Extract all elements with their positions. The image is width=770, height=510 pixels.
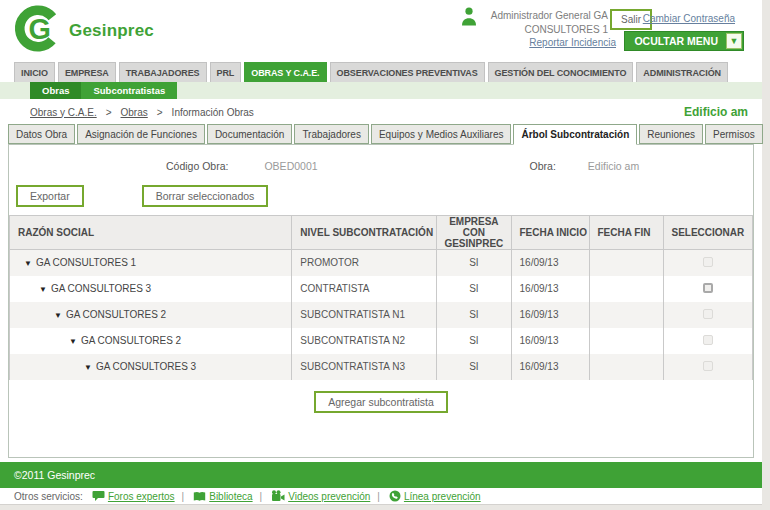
tab-equipos-y-medios-auxiliares[interactable]: Equipos y Medios Auxiliares — [371, 124, 512, 144]
logo: G Gesinprec — [14, 2, 154, 59]
seleccionar-cell — [663, 354, 752, 380]
nav-tab-empresa[interactable]: EMPRESA — [58, 62, 116, 82]
footer-copyright-bar: ©2011 Gesinprec — [0, 462, 762, 488]
empresa-gesinprec-cell: SI — [437, 250, 511, 276]
other-services-label: Otros servicios: — [14, 491, 83, 502]
nivel-cell: SUBCONTRATISTA N3 — [292, 354, 437, 380]
breadcrumb: Obras y C.A.E.>Obras>Información Obras — [30, 107, 254, 118]
razon-social-cell: ▼GA CONSULTORES 2 — [10, 328, 292, 354]
video-icon — [271, 490, 285, 502]
nav-tab-obras-y-c-a-e[interactable]: OBRAS Y C.A.E. — [244, 62, 326, 82]
fecha-inicio-cell: 16/09/13 — [511, 354, 589, 380]
column-header-fecha-fin: FECHA FIN — [589, 216, 663, 250]
phone-icon — [389, 490, 401, 502]
table-row: ▼GA CONSULTORES 2SUBCONTRATISTA N1SI16/0… — [10, 302, 753, 328]
row-checkbox — [703, 335, 713, 345]
razon-social-cell: ▼GA CONSULTORES 1 — [10, 250, 292, 276]
logged-user-name: Administrador General GA CONSULTORES 1 — [491, 9, 608, 36]
header: G Gesinprec Administrador General GA CON… — [0, 0, 762, 58]
nivel-cell: CONTRATISTA — [292, 276, 437, 302]
tab-reuniones[interactable]: Reuniones — [639, 124, 703, 144]
speech-bubble-icon — [92, 490, 105, 502]
fecha-fin-cell — [589, 302, 663, 328]
delete-selected-button[interactable]: Borrar seleccionados — [142, 185, 269, 207]
service-link-label: Línea prevención — [404, 491, 481, 502]
row-checkbox — [703, 361, 713, 371]
service-link-label: Foros expertos — [108, 491, 175, 502]
expander-icon[interactable]: ▼ — [24, 259, 32, 268]
razon-social-text: GA CONSULTORES 3 — [51, 283, 151, 294]
empresa-gesinprec-cell: SI — [437, 328, 511, 354]
column-header-fecha-inicio: FECHA INICIO — [511, 216, 589, 250]
logo-text: Gesinprec — [69, 21, 154, 41]
fecha-fin-cell — [589, 328, 663, 354]
razon-social-text: GA CONSULTORES 2 — [81, 335, 181, 346]
table-body: ▼GA CONSULTORES 1PROMOTORSI16/09/13▼GA C… — [10, 250, 753, 380]
breadcrumb-link-obras[interactable]: Obras — [121, 107, 148, 118]
breadcrumb-link-obras-y-c-a-e[interactable]: Obras y C.A.E. — [30, 107, 97, 118]
empresa-gesinprec-cell: SI — [437, 302, 511, 328]
report-incident-link[interactable]: Reportar Incidencia — [529, 37, 616, 48]
subnav-tab-subcontratistas[interactable]: Subcontratistas — [81, 82, 177, 99]
tab-datos-obra[interactable]: Datos Obra — [8, 124, 75, 144]
tab-documentación[interactable]: Documentación — [207, 124, 292, 144]
subcontratacion-table: RAZÓN SOCIALNIVEL SUBCONTRATACIÓNEMPRESA… — [9, 215, 753, 380]
razon-social-cell: ▼GA CONSULTORES 3 — [10, 354, 292, 380]
chevron-down-icon[interactable]: ▼ — [726, 33, 742, 49]
nav-tab-inicio[interactable]: INICIO — [14, 62, 55, 82]
seleccionar-cell — [663, 302, 752, 328]
export-button[interactable]: Exportar — [16, 185, 84, 207]
table-actions: Exportar Borrar seleccionados — [9, 185, 753, 207]
breadcrumb-row: Obras y C.A.E.>Obras>Información Obras E… — [0, 99, 762, 121]
table-row: ▼GA CONSULTORES 3CONTRATISTASI16/09/13 — [10, 276, 753, 302]
seleccionar-cell — [663, 276, 752, 302]
nivel-cell: SUBCONTRATISTA N1 — [292, 302, 437, 328]
service-link-biblioteca[interactable]: Biblioteca — [193, 491, 252, 502]
fecha-inicio-cell: 16/09/13 — [511, 302, 589, 328]
nav-tab-trabajadores[interactable]: TRABAJADORES — [119, 62, 207, 82]
column-header-empresa-con-gesinprec: EMPRESA CON GESINPREC — [437, 216, 511, 250]
add-subcontractor-button[interactable]: Agregar subcontratista — [314, 391, 448, 413]
expander-icon[interactable]: ▼ — [69, 337, 77, 346]
expander-icon[interactable]: ▼ — [84, 363, 92, 372]
tab-trabajadores[interactable]: Trabajadores — [294, 124, 369, 144]
fecha-fin-cell — [589, 250, 663, 276]
breadcrumb-link-información-obras: Información Obras — [172, 107, 254, 118]
obra-info-row: Código Obra: OBED0001 Obra: Edificio am — [9, 145, 753, 172]
content-tabs: Datos ObraAsignación de FuncionesDocumen… — [0, 121, 762, 144]
expander-icon[interactable]: ▼ — [39, 285, 47, 294]
row-checkbox — [703, 309, 713, 319]
service-link-línea-prevención[interactable]: Línea prevención — [389, 490, 481, 502]
row-checkbox — [703, 257, 713, 267]
razon-social-text: GA CONSULTORES 1 — [36, 257, 136, 268]
change-password-link[interactable]: Cambiar Contraseña — [643, 13, 735, 24]
service-separator: | — [377, 491, 380, 502]
column-header-nivel-subcontratación: NIVEL SUBCONTRATACIÓN — [292, 216, 437, 250]
tab-árbol-subcontratación[interactable]: Árbol Subcontratación — [513, 124, 637, 145]
row-checkbox[interactable] — [703, 283, 713, 293]
expander-icon[interactable]: ▼ — [54, 311, 62, 320]
hide-menu-button[interactable]: OCULTAR MENU ▼ — [624, 31, 744, 51]
service-link-videos-prevención[interactable]: Videos prevención — [271, 490, 370, 502]
table-row: ▼GA CONSULTORES 3SUBCONTRATISTA N3SI16/0… — [10, 354, 753, 380]
nav-tab-observaciones-preventivas[interactable]: OBSERVACIONES PREVENTIVAS — [330, 62, 485, 82]
fecha-fin-cell — [589, 354, 663, 380]
column-header-seleccionar: SELECCIONAR — [663, 216, 752, 250]
nivel-cell: SUBCONTRATISTA N2 — [292, 328, 437, 354]
tab-asignación-de-funciones[interactable]: Asignación de Funciones — [77, 124, 205, 144]
fecha-inicio-cell: 16/09/13 — [511, 328, 589, 354]
subnav-tab-obras[interactable]: Obras — [30, 82, 81, 99]
seleccionar-cell — [663, 328, 752, 354]
fecha-inicio-cell: 16/09/13 — [511, 276, 589, 302]
nav-tab-prl[interactable]: PRL — [210, 62, 242, 82]
breadcrumb-separator: > — [157, 107, 163, 118]
fecha-inicio-cell: 16/09/13 — [511, 250, 589, 276]
nav-tab-gestión-del-conocimiento[interactable]: GESTIÓN DEL CONOCIMIENTO — [488, 62, 634, 82]
nav-tab-administración[interactable]: ADMINISTRACIÓN — [636, 62, 728, 82]
breadcrumb-separator: > — [106, 107, 112, 118]
service-separator: | — [260, 491, 263, 502]
tab-permisos[interactable]: Permisos — [705, 124, 763, 144]
gesinprec-logo-icon: G — [14, 2, 62, 59]
content-panel: Código Obra: OBED0001 Obra: Edificio am … — [8, 144, 754, 458]
service-link-foros-expertos[interactable]: Foros expertos — [92, 490, 175, 502]
